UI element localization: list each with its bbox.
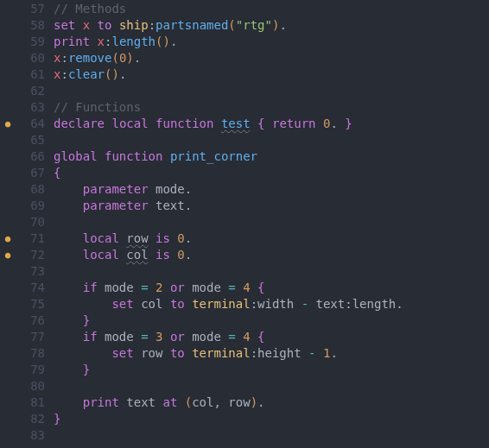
line-number: 67 xyxy=(16,165,54,181)
code-line[interactable]: print text at (col, row). xyxy=(54,394,489,411)
code-line[interactable]: parameter text. xyxy=(54,198,489,214)
token: - xyxy=(302,297,308,311)
code-editor[interactable]: 57585960616263●64656667686970●71●7273747… xyxy=(0,0,489,448)
line-number: 57 xyxy=(16,1,54,17)
gutter-row: 82 xyxy=(0,411,54,427)
token xyxy=(54,395,83,409)
code-line[interactable]: if mode = 2 or mode = 4 { xyxy=(54,280,489,296)
token xyxy=(54,363,83,376)
code-line[interactable]: set x to ship:partsnamed("rtg"). xyxy=(54,17,489,34)
code-line[interactable] xyxy=(54,83,489,99)
token: or xyxy=(170,281,185,294)
code-line[interactable] xyxy=(54,132,489,148)
code-line[interactable]: global function print_corner xyxy=(54,148,489,165)
gutter-row: 59 xyxy=(0,34,54,50)
token: to xyxy=(170,346,185,360)
token: } xyxy=(345,117,352,130)
code-line[interactable]: x:remove(0). xyxy=(54,50,489,66)
code-line[interactable] xyxy=(54,214,489,230)
token: . xyxy=(330,346,337,360)
token: is xyxy=(156,231,170,245)
token: { xyxy=(257,117,264,130)
token: global xyxy=(54,149,98,163)
code-line[interactable]: // Methods xyxy=(54,1,489,17)
gutter-row: 60 xyxy=(0,50,54,66)
token: local xyxy=(111,117,148,130)
gutter-row: 77 xyxy=(0,329,54,345)
code-line[interactable]: x:clear(). xyxy=(54,66,489,83)
token: terminal xyxy=(192,297,250,311)
token xyxy=(236,281,243,294)
code-line[interactable]: } xyxy=(54,312,489,329)
code-line[interactable]: } xyxy=(54,362,489,378)
token: 0 xyxy=(177,248,184,262)
line-number: 71 xyxy=(16,230,54,247)
token: col xyxy=(134,297,170,311)
code-area[interactable]: // Methodsset x to ship:partsnamed("rtg"… xyxy=(54,0,489,448)
token: partsnamed xyxy=(156,18,228,32)
token xyxy=(251,330,257,344)
token: = xyxy=(228,281,235,294)
token xyxy=(98,149,105,163)
line-number: 77 xyxy=(16,329,54,345)
token: function xyxy=(156,117,213,130)
token: col xyxy=(126,248,148,262)
line-number: 82 xyxy=(16,411,54,427)
token xyxy=(162,149,169,163)
gutter-row: 78 xyxy=(0,345,54,362)
code-line[interactable]: print x:length(). xyxy=(54,34,489,50)
code-line[interactable]: local col is 0. xyxy=(54,247,489,263)
token: if xyxy=(83,281,98,294)
line-number: 83 xyxy=(16,427,54,444)
code-line[interactable]: declare local function test { return 0. … xyxy=(54,116,489,132)
token xyxy=(54,231,83,245)
gutter-row: ●64 xyxy=(0,116,54,132)
token xyxy=(75,18,82,32)
token: print xyxy=(83,395,119,409)
token xyxy=(265,117,272,130)
token: : xyxy=(251,346,257,360)
token: print_corner xyxy=(170,149,257,163)
token xyxy=(149,248,156,262)
token: parameter xyxy=(83,182,149,196)
token: to xyxy=(170,297,185,311)
token xyxy=(185,297,192,311)
token: local xyxy=(83,231,119,245)
code-line[interactable]: local row is 0. xyxy=(54,230,489,247)
token: function xyxy=(105,149,162,163)
token: } xyxy=(54,412,60,426)
line-number: 78 xyxy=(16,345,54,362)
token: mode xyxy=(98,330,142,344)
token xyxy=(236,330,243,344)
token: = xyxy=(141,281,148,294)
code-line[interactable]: // Functions xyxy=(54,99,489,116)
code-line[interactable] xyxy=(54,427,489,444)
code-line[interactable]: set row to terminal:height - 1. xyxy=(54,345,489,362)
token xyxy=(90,35,97,48)
token: is xyxy=(156,248,170,262)
token: ) xyxy=(126,51,133,65)
code-line[interactable] xyxy=(54,378,489,394)
token: parameter xyxy=(83,199,149,212)
token: text xyxy=(308,297,345,311)
gutter-row: 68 xyxy=(0,181,54,198)
code-line[interactable]: parameter mode. xyxy=(54,181,489,198)
token: } xyxy=(83,313,90,327)
token: height xyxy=(257,346,308,360)
token: , xyxy=(213,395,220,409)
token xyxy=(149,199,156,212)
token: text xyxy=(156,199,185,212)
token: length xyxy=(352,297,397,311)
line-number: 70 xyxy=(16,214,54,230)
token xyxy=(54,199,83,212)
code-line[interactable]: { xyxy=(54,165,489,181)
code-line[interactable]: if mode = 3 or mode = 4 { xyxy=(54,329,489,345)
line-number: 64 xyxy=(16,116,54,132)
line-number: 66 xyxy=(16,148,54,165)
code-line[interactable]: set col to terminal:width - text:length. xyxy=(54,296,489,312)
gutter-row: 58 xyxy=(0,17,54,34)
code-line[interactable]: } xyxy=(54,411,489,427)
code-line[interactable] xyxy=(54,263,489,280)
line-number: 68 xyxy=(16,181,54,198)
token: 4 xyxy=(243,330,250,344)
